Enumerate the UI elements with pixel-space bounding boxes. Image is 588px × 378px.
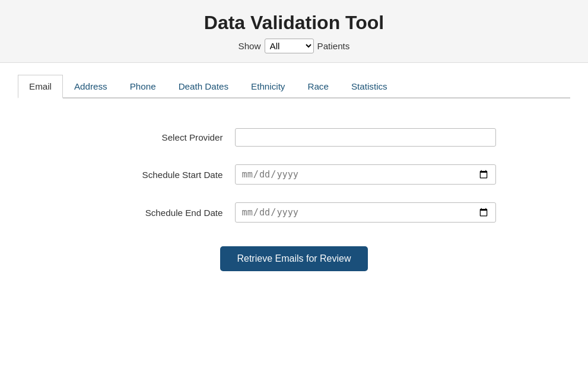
select-provider-label: Select Provider <box>93 132 223 142</box>
patients-label: Patients <box>317 41 350 51</box>
tab-email[interactable]: Email <box>18 75 63 99</box>
show-label: Show <box>239 41 261 51</box>
page-title: Data Validation Tool <box>0 12 588 34</box>
select-provider-input[interactable] <box>235 128 496 147</box>
page-header: Data Validation Tool Show All Active Ina… <box>0 0 588 63</box>
tab-statistics[interactable]: Statistics <box>340 75 399 97</box>
main-content: Email Address Phone Death Dates Ethnicit… <box>0 63 588 295</box>
patients-filter-select[interactable]: All Active Inactive <box>265 39 314 53</box>
tab-phone[interactable]: Phone <box>119 75 167 97</box>
tab-address[interactable]: Address <box>63 75 119 97</box>
schedule-start-date-label: Schedule Start Date <box>93 170 223 180</box>
tab-race[interactable]: Race <box>296 75 339 97</box>
retrieve-button-row: Retrieve Emails for Review <box>27 246 561 271</box>
show-patients-row: Show All Active Inactive Patients <box>0 39 588 53</box>
select-provider-row: Select Provider <box>27 128 561 147</box>
schedule-start-date-input[interactable] <box>235 164 496 185</box>
tab-death-dates[interactable]: Death Dates <box>167 75 240 97</box>
email-form: Select Provider Schedule Start Date Sche… <box>27 116 561 283</box>
schedule-end-date-input[interactable] <box>235 202 496 223</box>
schedule-end-date-label: Schedule End Date <box>93 208 223 218</box>
tab-bar: Email Address Phone Death Dates Ethnicit… <box>18 75 570 99</box>
schedule-end-date-row: Schedule End Date <box>27 202 561 223</box>
tab-ethnicity[interactable]: Ethnicity <box>240 75 296 97</box>
schedule-start-date-row: Schedule Start Date <box>27 164 561 185</box>
retrieve-emails-button[interactable]: Retrieve Emails for Review <box>220 246 367 271</box>
